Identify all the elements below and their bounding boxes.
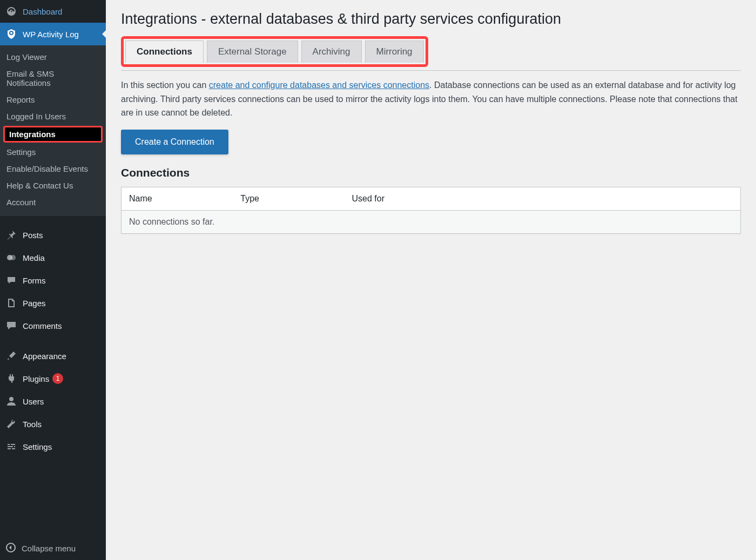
- media-icon: [5, 252, 17, 264]
- connections-table: Name Type Used for No connections so far…: [121, 187, 741, 234]
- sidebar-item-comments[interactable]: Comments: [0, 314, 106, 337]
- tab-connections[interactable]: Connections: [125, 41, 204, 63]
- sidebar-item-label: Media: [23, 253, 45, 262]
- sidebar-item-appearance[interactable]: Appearance: [0, 345, 106, 367]
- sidebar-item-label: Pages: [23, 299, 46, 308]
- sidebar-item-wp-activity-log[interactable]: WP Activity Log: [0, 23, 106, 45]
- tab-archiving[interactable]: Archiving: [301, 41, 362, 63]
- admin-sidebar: Dashboard WP Activity Log Log Viewer Ema…: [0, 0, 106, 560]
- sidebar-item-pages[interactable]: Pages: [0, 292, 106, 314]
- submenu-item-log-viewer[interactable]: Log Viewer: [0, 49, 106, 65]
- collapse-menu-button[interactable]: Collapse menu: [0, 537, 106, 560]
- tab-external-storage[interactable]: External Storage: [207, 41, 298, 63]
- page-title: Integrations - external databases & thir…: [121, 11, 741, 28]
- dashboard-icon: [5, 5, 17, 17]
- sidebar-item-posts[interactable]: Posts: [0, 224, 106, 246]
- table-header-row: Name Type Used for: [122, 187, 740, 211]
- user-icon: [5, 395, 17, 407]
- collapse-label: Collapse menu: [22, 544, 76, 553]
- svg-point-2: [9, 397, 14, 401]
- brush-icon: [5, 350, 17, 362]
- submenu-item-enable-disable[interactable]: Enable/Disable Events: [0, 160, 106, 177]
- main-content: Integrations - external databases & thir…: [106, 0, 756, 560]
- submenu-item-email-sms[interactable]: Email & SMS Notifications: [0, 65, 106, 91]
- tabs-highlight-box: Connections External Storage Archiving M…: [121, 36, 428, 67]
- sidebar-item-label: Tools: [23, 420, 42, 429]
- tab-mirroring[interactable]: Mirroring: [365, 41, 424, 63]
- connections-heading: Connections: [121, 166, 741, 179]
- sidebar-item-media[interactable]: Media: [0, 246, 106, 269]
- submenu-item-logged-in[interactable]: Logged In Users: [0, 108, 106, 125]
- sliders-icon: [5, 441, 17, 453]
- chat-icon: [5, 274, 17, 286]
- shield-icon: [5, 28, 17, 40]
- plug-icon: [5, 373, 17, 384]
- sidebar-item-settings[interactable]: Settings: [0, 435, 106, 458]
- sidebar-item-label: Forms: [23, 276, 46, 285]
- sidebar-item-tools[interactable]: Tools: [0, 413, 106, 435]
- sidebar-item-label: WP Activity Log: [23, 30, 79, 39]
- comment-icon: [5, 320, 17, 332]
- sidebar-item-label: Settings: [23, 442, 52, 451]
- page-icon: [5, 297, 17, 309]
- sidebar-item-label: Plugins: [23, 374, 49, 383]
- collapse-icon: [5, 542, 16, 555]
- sidebar-item-forms[interactable]: Forms: [0, 269, 106, 292]
- submenu-item-account[interactable]: Account: [0, 194, 106, 211]
- submenu-item-integrations[interactable]: Integrations: [3, 126, 103, 143]
- sidebar-item-label: Dashboard: [23, 7, 62, 16]
- desc-text-prefix: In this section you can: [121, 80, 209, 90]
- wrench-icon: [5, 418, 17, 430]
- submenu-item-help[interactable]: Help & Contact Us: [0, 177, 106, 194]
- col-header-type: Type: [233, 187, 344, 210]
- svg-point-1: [10, 255, 16, 260]
- sidebar-submenu: Log Viewer Email & SMS Notifications Rep…: [0, 45, 106, 216]
- sidebar-item-users[interactable]: Users: [0, 390, 106, 413]
- update-count-badge: 1: [52, 373, 63, 384]
- create-configure-link[interactable]: create and configure databases and servi…: [209, 80, 429, 90]
- sidebar-item-dashboard[interactable]: Dashboard: [0, 0, 106, 23]
- col-header-name: Name: [122, 187, 233, 210]
- col-header-used-for: Used for: [345, 187, 740, 210]
- section-description: In this section you can create and confi…: [121, 78, 741, 120]
- tab-divider: [121, 70, 741, 71]
- sidebar-item-plugins[interactable]: Plugins 1: [0, 367, 106, 390]
- pin-icon: [5, 229, 17, 241]
- sidebar-item-label: Appearance: [23, 352, 66, 361]
- submenu-item-settings[interactable]: Settings: [0, 144, 106, 160]
- sidebar-item-label: Users: [23, 397, 44, 406]
- sidebar-item-label: Comments: [23, 321, 62, 330]
- create-connection-button[interactable]: Create a Connection: [121, 130, 228, 154]
- submenu-item-reports[interactable]: Reports: [0, 91, 106, 108]
- table-empty-message: No connections so far.: [122, 211, 740, 233]
- sidebar-item-label: Posts: [23, 231, 43, 240]
